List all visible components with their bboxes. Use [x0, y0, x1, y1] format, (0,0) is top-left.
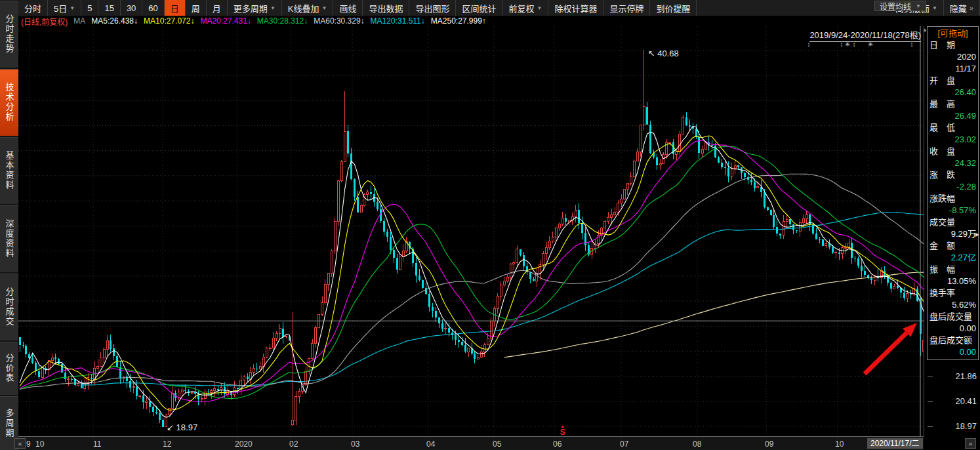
sidebar-tab-5[interactable]: 分时成交: [0, 274, 18, 340]
panel-field-label: 成交量: [928, 216, 978, 228]
time-axis-label: 09: [765, 440, 773, 449]
panel-field-label: 收 盘: [928, 146, 978, 157]
sidebar-tab-4[interactable]: 深度资料: [0, 205, 18, 272]
panel-field-label: 盘后成交量: [928, 311, 978, 323]
time-axis-current-date: 2020/11/17/二: [867, 438, 923, 449]
ma-settings-button[interactable]: 设置均线 ▼: [874, 1, 926, 11]
toolbar-item-画线[interactable]: 画线: [333, 0, 363, 16]
panel-field-value: 11/17: [928, 63, 978, 75]
chevron-down-icon: ▼: [537, 5, 542, 11]
ma-series-label: MA: [73, 16, 85, 26]
ma-line-MA5: [20, 127, 924, 417]
time-axis-label: 06: [553, 440, 561, 449]
price-axis-tick: [928, 377, 933, 377]
panel-field-label: 换手率: [928, 287, 978, 299]
panel-field-label: 涨 跌: [928, 169, 978, 181]
ma-value-MA60: MA60:30.329↓: [314, 16, 364, 26]
panel-field-label: 日 期: [928, 39, 978, 51]
toolbar-item-5-label: 5: [87, 3, 92, 13]
toolbar-item-到价提醒[interactable]: 到价提醒: [650, 0, 697, 16]
toolbar-item-月-label: 月: [213, 2, 221, 14]
sidebar-tab-2[interactable]: 技术分析: [0, 69, 18, 136]
double-arrow-icon: »: [970, 4, 973, 12]
toolbar-item-5日[interactable]: 5日▼: [48, 0, 81, 16]
ma-value-MA5: MA5:26.438↓: [91, 16, 138, 26]
toolbar-spacer: [697, 0, 889, 16]
panel-field-label: 金 额: [928, 240, 978, 252]
drawn-arrow: [865, 333, 907, 374]
time-axis: 910111220200203040506070809102020/11/17/…: [18, 436, 924, 450]
time-axis-label: 03: [351, 440, 359, 449]
panel-field-label: 盘后成交额: [928, 335, 978, 346]
ma-value-MA250: MA250:27.999↑: [431, 16, 486, 26]
toolbar-item-到价提醒-label: 到价提醒: [656, 2, 690, 14]
toolbar-item-区间统计-label: 区间统计: [462, 2, 496, 14]
chevron-down-icon: ▼: [321, 5, 327, 11]
toolbar-item-月[interactable]: 月: [207, 0, 228, 16]
ma-line-MA10: [20, 136, 924, 410]
toolbar-item-导出数据[interactable]: 导出数据: [363, 0, 409, 16]
time-axis-label: 11: [93, 440, 101, 449]
toolbar-item-30[interactable]: 30: [121, 0, 142, 16]
visible-range-label[interactable]: 2019/9/24-2020/11/18(278根): [809, 28, 921, 42]
panel-field-value: 0.00: [928, 346, 978, 358]
toolbar-item-分时[interactable]: 分时: [18, 0, 48, 16]
toolbar-item-显示停牌[interactable]: 显示停牌: [603, 0, 650, 16]
toolbar-item-K线叠加[interactable]: K线叠加▼: [282, 0, 334, 16]
panel-field-label: 最 低: [928, 122, 978, 134]
toolbar-item-60-label: 60: [148, 3, 157, 13]
ma-line-MA30: [20, 146, 924, 398]
candlestick-chart[interactable]: ▲S↕↕✳↕✳↕↖ 40.68↙ 18.97 2019/9/24-2020/11…: [18, 26, 924, 436]
left-tab-strip: 分时走势技术分析基本资料深度资料分时成交分价表多周期: [0, 0, 18, 450]
toolbar-item-周[interactable]: 周: [186, 0, 207, 16]
toolbar-item-前复权[interactable]: 前复权▼: [502, 0, 548, 16]
toolbar-item-导出图形[interactable]: 导出图形: [409, 0, 456, 16]
panel-field-value: 9.29万▶: [928, 228, 978, 240]
panel-field-label: 最 高: [928, 98, 978, 110]
ma-line-MA20: [20, 140, 924, 402]
toolbar-item-区间统计[interactable]: 区间统计: [456, 0, 502, 16]
toolbar-item-导出数据-label: 导出数据: [369, 2, 403, 14]
chart-canvas[interactable]: ▲S↕↕✳↕✳↕↖ 40.68↙ 18.97: [18, 26, 924, 436]
price-axis-label: 21.86: [955, 371, 977, 381]
price-axis-label: 20.41: [955, 396, 977, 406]
toolbar-item-60[interactable]: 60: [142, 0, 164, 16]
ma-line-MA120: [81, 213, 924, 386]
price-axis-tick: [928, 401, 933, 402]
scroll-left-button[interactable]: «: [14, 438, 26, 449]
panel-expand-icon[interactable]: ▶: [975, 229, 979, 241]
chart-mode-label: (日线,前复权): [21, 16, 68, 27]
toolbar-item-隐藏[interactable]: 隐藏»: [944, 0, 980, 16]
panel-field-value: 24.32: [928, 157, 978, 169]
toolbar-item-除权计算器-label: 除权计算器: [554, 2, 597, 14]
toolbar-item-分时-label: 分时: [24, 2, 41, 14]
scroll-right-button[interactable]: »: [965, 438, 976, 449]
toolbar-item-日[interactable]: 日: [165, 0, 186, 16]
price-annotation: ↙ 18.97: [167, 422, 197, 432]
toolbar-item-5[interactable]: 5: [81, 0, 98, 16]
panel-field-value: 2020: [928, 51, 978, 63]
panel-field-value: 2.27亿: [928, 252, 978, 264]
quote-data-panel[interactable]: [可拖动]日 期202011/17开 盘26.40最 高26.49最 低23.0…: [927, 26, 979, 360]
stock-app-window: 分时走势技术分析基本资料深度资料分时成交分价表多周期 分时5日▼5153060日…: [0, 0, 980, 450]
sidebar-tab-6[interactable]: 分价表: [0, 342, 18, 396]
toolbar-item-前复权-label: 前复权: [508, 2, 534, 14]
ma-value-MA20: MA20:27.431↓: [200, 16, 251, 26]
toolbar-item-更多周期[interactable]: 更多周期▼: [228, 0, 282, 16]
sidebar-tab-1[interactable]: 分时走势: [0, 1, 18, 68]
ma-settings-label: 设置均线: [880, 1, 911, 12]
toolbar-item-画线-label: 画线: [339, 2, 356, 14]
panel-drag-handle[interactable]: [可拖动]: [928, 28, 978, 39]
panel-field-value: 26.49: [928, 110, 978, 122]
toolbar-item-15[interactable]: 15: [98, 0, 120, 16]
toolbar-item-导出图形-label: 导出图形: [415, 2, 449, 14]
candles: [19, 50, 924, 427]
sidebar-tab-3[interactable]: 基本资料: [0, 137, 18, 204]
chevron-down-icon: ▼: [932, 5, 937, 11]
time-axis-label: 12: [163, 440, 171, 449]
toolbar-item-K线叠加-label: K线叠加: [288, 2, 319, 14]
toolbar-item-更多周期-label: 更多周期: [234, 2, 268, 14]
price-axis-tick: [928, 426, 933, 427]
ma-value-MA30: MA30:28.312↓: [257, 16, 308, 26]
toolbar-item-除权计算器[interactable]: 除权计算器: [548, 0, 603, 16]
